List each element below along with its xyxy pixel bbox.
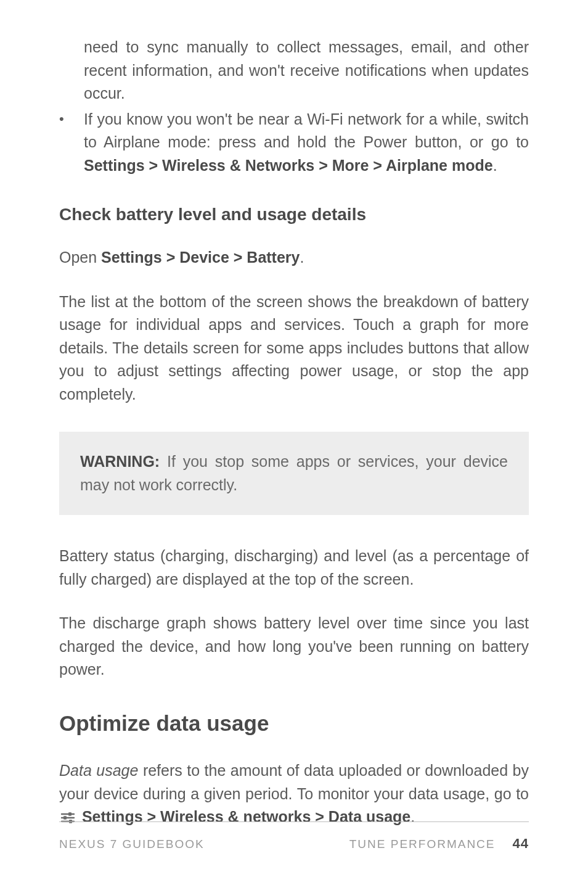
warning-callout: WARNING: If you stop some apps or servic… <box>59 432 529 515</box>
section-heading-optimize: Optimize data usage <box>59 707 529 740</box>
warning-label: WARNING: <box>80 453 160 470</box>
bullet-text-part2: . <box>493 157 497 174</box>
bullet-continuation: need to sync manually to collect message… <box>59 36 529 105</box>
paragraph-data-usage: Data usage refers to the amount of data … <box>59 759 529 831</box>
content-area: need to sync manually to collect message… <box>59 36 529 831</box>
data-usage-italic: Data usage <box>59 762 138 779</box>
footer-rule <box>59 821 529 822</box>
bullet-item: • If you know you won't be near a Wi-Fi … <box>59 108 529 178</box>
bullet-marker: • <box>59 108 84 178</box>
bullet-list: need to sync manually to collect message… <box>59 36 529 177</box>
page-footer: NEXUS 7 GUIDEBOOK TUNE PERFORMANCE 44 <box>59 821 529 852</box>
open-settings-line: Open Settings > Device > Battery. <box>59 246 529 270</box>
bullet-text-part1: If you know you won't be near a Wi-Fi ne… <box>84 110 529 151</box>
warning-text: WARNING: If you stop some apps or servic… <box>80 450 508 496</box>
bullet-text: If you know you won't be near a Wi-Fi ne… <box>84 108 529 178</box>
footer-book-title: NEXUS 7 GUIDEBOOK <box>59 838 205 851</box>
paragraph-battery-list: The list at the bottom of the screen sho… <box>59 290 529 406</box>
open-suffix: . <box>300 249 304 266</box>
svg-rect-4 <box>63 816 67 820</box>
footer-chapter: TUNE PERFORMANCE <box>349 838 496 851</box>
svg-rect-3 <box>68 812 71 816</box>
bullet-text-bold-path: Settings > Wireless & Networks > More > … <box>84 157 493 174</box>
footer-right: TUNE PERFORMANCE 44 <box>349 836 529 852</box>
paragraph-discharge-graph: The discharge graph shows battery level … <box>59 612 529 681</box>
footer-page-number: 44 <box>513 836 529 852</box>
paragraph-battery-status: Battery status (charging, discharging) a… <box>59 545 529 591</box>
open-bold-path: Settings > Device > Battery <box>101 249 300 266</box>
footer-row: NEXUS 7 GUIDEBOOK TUNE PERFORMANCE 44 <box>59 836 529 852</box>
section-subhead: Check battery level and usage details <box>59 202 529 228</box>
page: need to sync manually to collect message… <box>0 0 588 885</box>
open-prefix: Open <box>59 249 101 266</box>
